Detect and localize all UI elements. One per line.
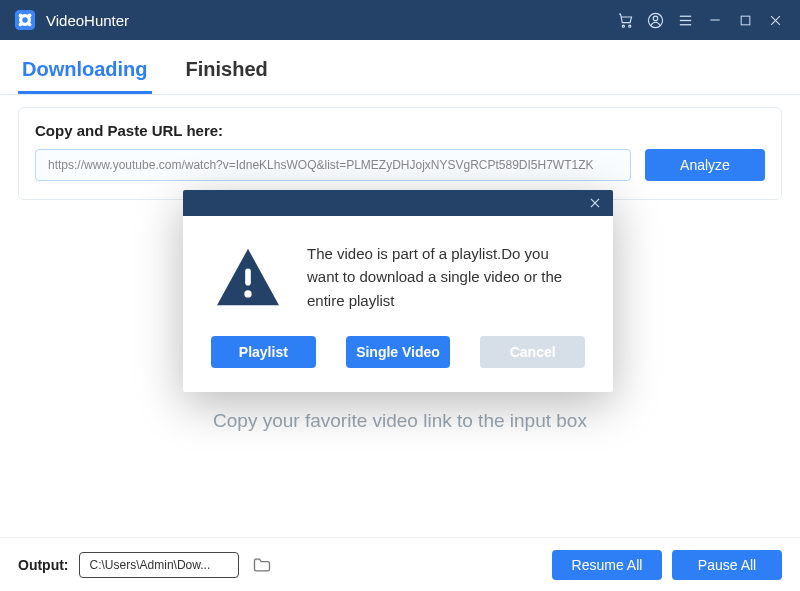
url-panel: Copy and Paste URL here: Analyze (18, 107, 782, 200)
dialog-footer: Playlist Single Video Cancel (183, 322, 613, 392)
minimize-icon[interactable] (700, 0, 730, 40)
app-logo-icon (14, 9, 36, 31)
single-video-button[interactable]: Single Video (346, 336, 451, 368)
app-title: VideoHunter (46, 12, 129, 29)
title-bar: VideoHunter (0, 0, 800, 40)
url-row: Analyze (35, 149, 765, 181)
cancel-button[interactable]: Cancel (480, 336, 585, 368)
playlist-button[interactable]: Playlist (211, 336, 316, 368)
maximize-icon[interactable] (730, 0, 760, 40)
cart-icon[interactable] (610, 0, 640, 40)
dialog-body: The video is part of a playlist.Do you w… (183, 216, 613, 322)
dialog-close-icon[interactable] (583, 191, 607, 215)
tab-bar: Downloading Finished (0, 40, 800, 95)
svg-point-2 (22, 17, 28, 23)
svg-rect-15 (741, 16, 750, 25)
url-label: Copy and Paste URL here: (35, 122, 765, 139)
svg-point-3 (19, 14, 23, 18)
dialog-header (183, 190, 613, 216)
dialog-message: The video is part of a playlist.Do you w… (307, 242, 583, 312)
url-input[interactable] (35, 149, 631, 181)
svg-point-6 (28, 23, 32, 27)
account-icon[interactable] (640, 0, 670, 40)
svg-point-4 (28, 14, 32, 18)
tab-downloading[interactable]: Downloading (18, 54, 152, 94)
resume-all-button[interactable]: Resume All (552, 550, 662, 580)
output-label: Output: (18, 557, 69, 573)
svg-point-8 (628, 25, 630, 27)
menu-icon[interactable] (670, 0, 700, 40)
empty-hint: Copy your favorite video link to the inp… (0, 410, 800, 432)
svg-point-7 (622, 25, 624, 27)
warning-icon (213, 246, 283, 312)
pause-all-button[interactable]: Pause All (672, 550, 782, 580)
close-icon[interactable] (760, 0, 790, 40)
output-path-input[interactable] (79, 552, 239, 578)
svg-point-5 (19, 23, 23, 27)
app-window: VideoHunter Downloading Finished Copy an… (0, 0, 800, 591)
footer-bar: Output: Resume All Pause All (0, 537, 800, 591)
svg-point-21 (244, 290, 251, 297)
tab-finished[interactable]: Finished (182, 54, 272, 94)
browse-folder-icon[interactable] (249, 552, 275, 578)
svg-point-10 (653, 16, 658, 21)
svg-rect-20 (245, 269, 251, 286)
analyze-button[interactable]: Analyze (645, 149, 765, 181)
playlist-dialog: The video is part of a playlist.Do you w… (183, 190, 613, 392)
